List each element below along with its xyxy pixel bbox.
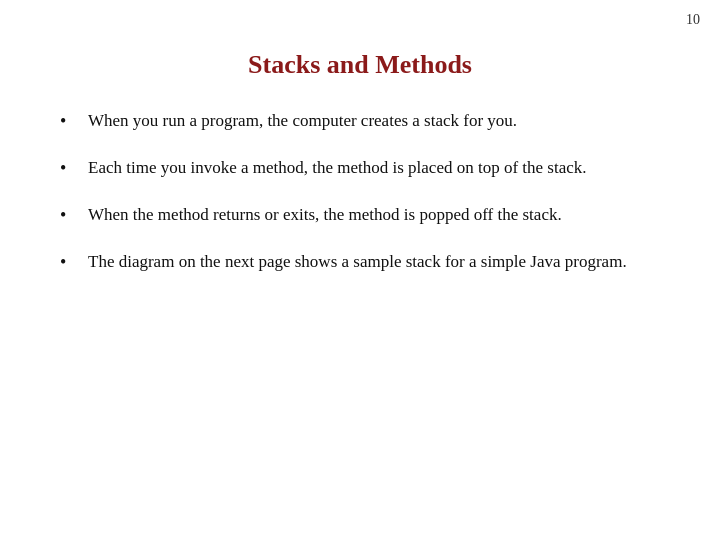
bullet-dot-4: • — [60, 249, 82, 276]
page-number: 10 — [686, 12, 700, 28]
bullet-text-4: The diagram on the next page shows a sam… — [88, 249, 660, 275]
bullet-list: •When you run a program, the computer cr… — [60, 108, 660, 276]
bullet-item-3: •When the method returns or exits, the m… — [60, 202, 660, 229]
slide-container: 10 Stacks and Methods •When you run a pr… — [0, 0, 720, 540]
slide-title: Stacks and Methods — [60, 50, 660, 80]
bullet-dot-1: • — [60, 108, 82, 135]
bullet-text-3: When the method returns or exits, the me… — [88, 202, 660, 228]
bullet-item-2: •Each time you invoke a method, the meth… — [60, 155, 660, 182]
bullet-item-1: •When you run a program, the computer cr… — [60, 108, 660, 135]
bullet-dot-3: • — [60, 202, 82, 229]
bullet-dot-2: • — [60, 155, 82, 182]
bullet-item-4: •The diagram on the next page shows a sa… — [60, 249, 660, 276]
bullet-text-2: Each time you invoke a method, the metho… — [88, 155, 660, 181]
bullet-text-1: When you run a program, the computer cre… — [88, 108, 660, 134]
